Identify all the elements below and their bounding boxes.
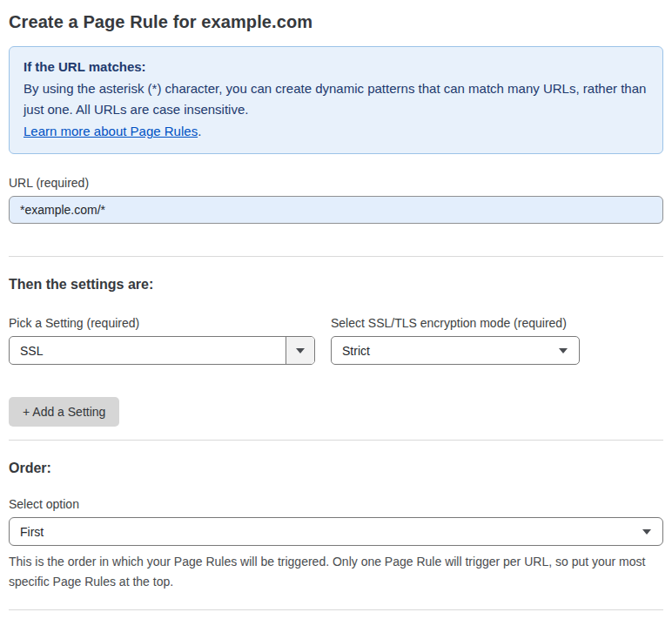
page-title: Create a Page Rule for example.com: [9, 12, 663, 32]
info-box-body: By using the asterisk (*) character, you…: [24, 78, 648, 120]
url-match-info-box: If the URL matches: By using the asteris…: [9, 46, 663, 154]
settings-section-heading: Then the settings are:: [9, 277, 663, 293]
ssl-mode-value: Strict: [332, 337, 548, 364]
add-setting-button[interactable]: + Add a Setting: [9, 397, 119, 427]
setting-picker-select[interactable]: SSL: [9, 336, 315, 365]
divider: [9, 609, 663, 610]
order-help-text: This is the order in which your Page Rul…: [9, 552, 663, 592]
setting-picker-value: SSL: [10, 337, 286, 364]
order-select-arrow: [631, 518, 662, 545]
link-suffix: .: [198, 124, 201, 138]
setting-picker-arrow-segment[interactable]: [286, 337, 314, 364]
ssl-mode-label: Select SSL/TLS encryption mode (required…: [331, 316, 580, 330]
order-select[interactable]: First: [9, 517, 663, 546]
setting-picker-label: Pick a Setting (required): [9, 316, 315, 330]
info-box-heading: If the URL matches:: [24, 57, 648, 77]
chevron-down-icon: [642, 529, 651, 535]
ssl-mode-arrow: [548, 337, 579, 364]
divider: [9, 256, 663, 257]
ssl-mode-column: Select SSL/TLS encryption mode (required…: [331, 316, 580, 365]
order-select-label: Select option: [9, 497, 663, 511]
url-field-label: URL (required): [9, 176, 663, 190]
settings-row: Pick a Setting (required) SSL Select SSL…: [9, 316, 663, 365]
ssl-mode-select[interactable]: Strict: [331, 336, 580, 365]
order-section-heading: Order:: [9, 461, 663, 476]
order-select-value: First: [10, 518, 631, 545]
create-page-rule-form: Create a Page Rule for example.com If th…: [0, 0, 672, 619]
setting-picker-column: Pick a Setting (required) SSL: [9, 316, 315, 365]
divider: [9, 440, 663, 441]
url-input[interactable]: [9, 196, 663, 224]
learn-more-link[interactable]: Learn more about Page Rules: [24, 124, 198, 138]
info-box-link-line: Learn more about Page Rules.: [24, 121, 648, 142]
chevron-down-icon: [559, 348, 568, 353]
chevron-down-icon: [296, 348, 305, 353]
